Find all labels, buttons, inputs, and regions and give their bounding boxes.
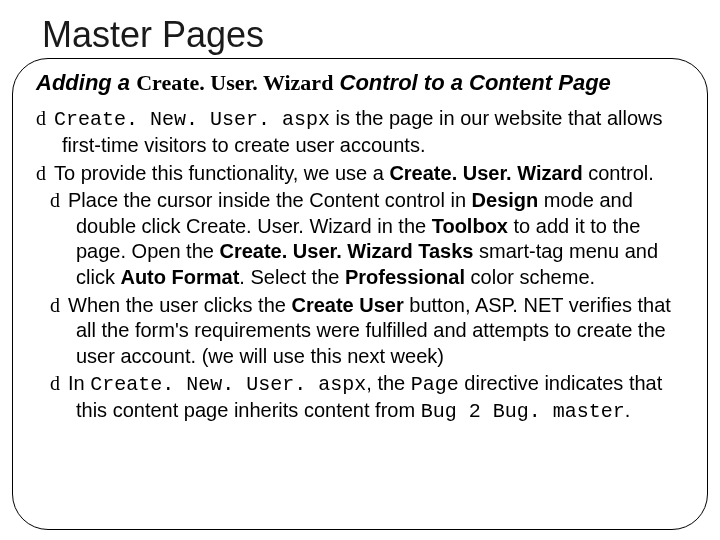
bullet-3-bold2: Toolbox <box>432 215 508 237</box>
bullet-3: dPlace the cursor inside the Content con… <box>36 188 684 290</box>
bullet-3-bold4: Auto Format <box>120 266 239 288</box>
slide-subtitle: Adding a Create. User. Wizard Control to… <box>36 70 684 96</box>
bullet-icon: d <box>36 162 46 184</box>
body-text: dCreate. New. User. aspx is the page in … <box>36 106 684 424</box>
bullet-3-bold5: Professional <box>345 266 465 288</box>
subtitle-code: Create. User. Wizard <box>136 70 333 95</box>
bullet-5-code2: Page <box>411 373 459 396</box>
bullet-4: dWhen the user clicks the Create User bu… <box>36 293 684 370</box>
subtitle-prefix: Adding a <box>36 70 136 95</box>
slide-title: Master Pages <box>42 14 690 56</box>
bullet-2-bold1: Create. User. Wizard <box>389 162 582 184</box>
bullet-2-t2: control. <box>583 162 654 184</box>
bullet-4-t1: When the user clicks the <box>68 294 291 316</box>
subtitle-suffix: Control to a Content Page <box>333 70 610 95</box>
bullet-2: dTo provide this functionality, we use a… <box>36 161 684 187</box>
bullet-icon: d <box>50 294 60 316</box>
bullet-5-code3: Bug 2 Bug. master <box>421 400 625 423</box>
bullet-icon: d <box>36 107 46 129</box>
slide: Master Pages Adding a Create. User. Wiza… <box>0 0 720 540</box>
bullet-3-t6: color scheme. <box>465 266 595 288</box>
bullet-5-t1: In <box>68 372 90 394</box>
bullet-3-t1: Place the cursor inside the Content cont… <box>68 189 472 211</box>
bullet-1: dCreate. New. User. aspx is the page in … <box>36 106 684 158</box>
bullet-3-t5: . Select the <box>239 266 345 288</box>
bullet-4-bold1: Create User <box>291 294 403 316</box>
bullet-3-bold1: Design <box>472 189 539 211</box>
bullet-5-t4: . <box>625 399 631 421</box>
bullet-5-t2: , the <box>366 372 410 394</box>
bullet-5: dIn Create. New. User. aspx, the Page di… <box>36 371 684 424</box>
bullet-5-code1: Create. New. User. aspx <box>90 373 366 396</box>
bullet-1-code: Create. New. User. aspx <box>54 108 330 131</box>
bullet-2-t1: To provide this functionality, we use a <box>54 162 389 184</box>
bullet-icon: d <box>50 189 60 211</box>
bullet-icon: d <box>50 372 60 394</box>
bullet-3-bold3: Create. User. Wizard Tasks <box>219 240 473 262</box>
